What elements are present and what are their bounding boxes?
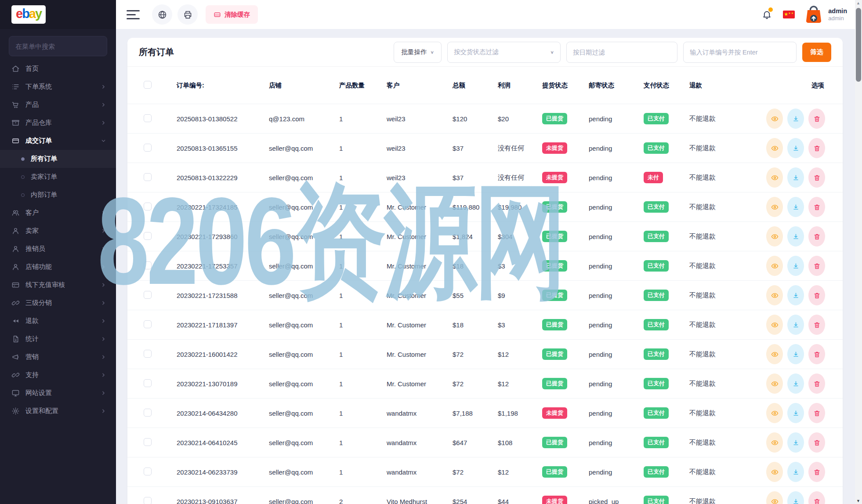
menu-toggle-icon[interactable]: [127, 7, 141, 22]
delete-order-button[interactable]: [808, 226, 825, 247]
delete-order-button[interactable]: [808, 138, 825, 158]
view-order-button[interactable]: [766, 462, 783, 482]
sidebar-item[interactable]: 三级分销: [0, 294, 116, 312]
row-checkbox[interactable]: [144, 497, 152, 504]
language-globe-button[interactable]: [152, 4, 172, 25]
view-order-button[interactable]: [766, 226, 783, 247]
print-button[interactable]: [177, 4, 198, 25]
download-order-button[interactable]: [787, 344, 804, 364]
sidebar-item[interactable]: 卖家订单: [0, 168, 116, 186]
ebay-logo[interactable]: ebay: [11, 5, 46, 24]
topbar: 清除缓存 ★ ★★ admin admin: [116, 0, 862, 29]
row-checkbox[interactable]: [144, 114, 152, 122]
sidebar-item[interactable]: 推销员: [0, 240, 116, 258]
download-order-button[interactable]: [787, 462, 804, 482]
delete-order-button[interactable]: [808, 315, 825, 335]
view-order-button[interactable]: [766, 344, 783, 364]
header-total: 总额: [453, 81, 498, 90]
row-checkbox[interactable]: [144, 173, 152, 181]
sidebar-item[interactable]: 支持: [0, 366, 116, 384]
download-order-button[interactable]: [787, 256, 804, 276]
download-order-button[interactable]: [787, 432, 804, 453]
clear-cache-button[interactable]: 清除缓存: [206, 5, 258, 24]
row-checkbox[interactable]: [144, 144, 152, 152]
download-order-button[interactable]: [787, 491, 804, 504]
sidebar-item[interactable]: 下单系统: [0, 78, 116, 96]
sidebar-item[interactable]: 客户: [0, 204, 116, 222]
vertical-scrollbar[interactable]: ▲ ▼: [855, 0, 862, 504]
view-order-button[interactable]: [766, 432, 783, 453]
sidebar-item[interactable]: 线下充值审核: [0, 276, 116, 294]
row-checkbox[interactable]: [144, 379, 152, 387]
delete-order-button[interactable]: [808, 491, 825, 504]
row-checkbox[interactable]: [144, 261, 152, 269]
row-checkbox[interactable]: [144, 409, 152, 417]
delete-order-button[interactable]: [808, 256, 825, 276]
view-order-button[interactable]: [766, 256, 783, 276]
delete-order-button[interactable]: [808, 109, 825, 129]
row-checkbox[interactable]: [144, 350, 152, 358]
delete-order-button[interactable]: [808, 285, 825, 305]
view-order-button[interactable]: [766, 109, 783, 129]
row-checkbox[interactable]: [144, 232, 152, 240]
delete-order-button[interactable]: [808, 403, 825, 423]
row-checkbox[interactable]: [144, 203, 152, 210]
view-order-button[interactable]: [766, 138, 783, 158]
delete-order-button[interactable]: [808, 344, 825, 364]
view-order-button[interactable]: [766, 373, 783, 394]
select-all-checkbox[interactable]: [144, 81, 152, 89]
delete-order-button[interactable]: [808, 373, 825, 394]
sidebar-item[interactable]: 店铺功能: [0, 258, 116, 276]
download-order-button[interactable]: [787, 167, 804, 188]
sidebar-item[interactable]: 统计: [0, 330, 116, 348]
row-checkbox[interactable]: [144, 320, 152, 328]
sidebar-item[interactable]: 产品: [0, 96, 116, 114]
user-avatar[interactable]: [804, 4, 824, 25]
view-order-button[interactable]: [766, 491, 783, 504]
table-row: 20250813-01365155 seller@qq.com 1 weil23…: [127, 134, 843, 163]
scroll-down-arrow-icon[interactable]: ▼: [856, 499, 860, 503]
order-number-input[interactable]: [690, 49, 790, 56]
delete-order-button[interactable]: [808, 432, 825, 453]
sidebar-item[interactable]: 网站设置: [0, 384, 116, 402]
delivery-status-select[interactable]: 按交货状态过滤 ∨: [447, 42, 561, 63]
notifications-button[interactable]: [759, 7, 774, 22]
download-order-button[interactable]: [787, 226, 804, 247]
total-cell: $37: [453, 145, 498, 152]
user-meta[interactable]: admin admin: [828, 7, 847, 22]
download-order-button[interactable]: [787, 197, 804, 217]
delete-order-button[interactable]: [808, 197, 825, 217]
sidebar-item[interactable]: 内部订单: [0, 186, 116, 204]
scroll-up-arrow-icon[interactable]: ▲: [856, 1, 860, 5]
sidebar-item[interactable]: 设置和配置: [0, 402, 116, 420]
row-checkbox[interactable]: [144, 438, 152, 446]
delete-order-button[interactable]: [808, 167, 825, 188]
batch-actions-dropdown[interactable]: 批量操作 ∨: [394, 42, 442, 63]
date-filter-input[interactable]: [573, 49, 671, 56]
view-order-button[interactable]: [766, 197, 783, 217]
view-order-button[interactable]: [766, 315, 783, 335]
sidebar-search-input[interactable]: [15, 43, 101, 50]
download-order-button[interactable]: [787, 138, 804, 158]
filter-submit-button[interactable]: 筛选: [802, 43, 831, 62]
scrollbar-thumb[interactable]: [856, 8, 861, 82]
sidebar-item[interactable]: 所有订单: [0, 150, 116, 168]
download-order-button[interactable]: [787, 315, 804, 335]
download-order-button[interactable]: [787, 285, 804, 305]
view-order-button[interactable]: [766, 403, 783, 423]
view-order-button[interactable]: [766, 167, 783, 188]
delete-order-button[interactable]: [808, 462, 825, 482]
download-order-button[interactable]: [787, 373, 804, 394]
row-checkbox[interactable]: [144, 468, 152, 475]
sidebar-item[interactable]: 产品仓库: [0, 114, 116, 132]
sidebar-item[interactable]: 首页: [0, 60, 116, 78]
sidebar-item[interactable]: 成交订单: [0, 132, 116, 150]
sidebar-item[interactable]: 营销: [0, 348, 116, 366]
sidebar-item[interactable]: 退款: [0, 312, 116, 330]
china-flag-icon[interactable]: ★ ★★: [783, 11, 795, 18]
view-order-button[interactable]: [766, 285, 783, 305]
sidebar-item[interactable]: 卖家: [0, 222, 116, 240]
download-order-button[interactable]: [787, 403, 804, 423]
download-order-button[interactable]: [787, 109, 804, 129]
row-checkbox[interactable]: [144, 291, 152, 299]
